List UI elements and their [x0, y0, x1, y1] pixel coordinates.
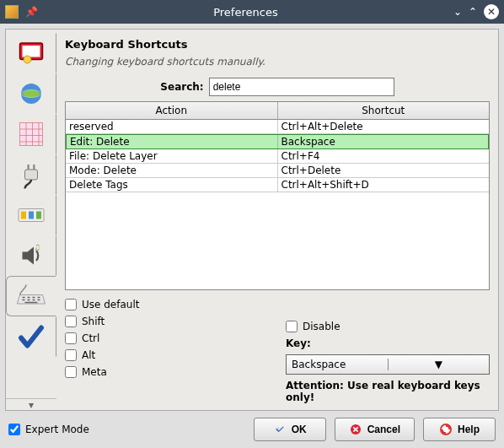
cell-action: Delete Tags	[66, 178, 278, 192]
panel-subtitle: Changing keyboard shortcuts manually.	[65, 56, 490, 67]
svg-rect-6	[25, 170, 38, 180]
cell-action: Edit: Delete	[67, 135, 278, 148]
display-icon	[16, 38, 46, 68]
column-header-shortcut[interactable]: Shortcut	[278, 102, 490, 120]
help-button[interactable]: Help	[423, 418, 496, 441]
close-icon[interactable]: ✕	[484, 4, 499, 19]
alt-checkbox[interactable]: Alt	[65, 349, 269, 361]
chevron-down-icon: ▼	[388, 359, 490, 370]
svg-rect-12	[36, 212, 41, 219]
table-row[interactable]: File: Delete LayerCtrl+F4	[66, 149, 489, 164]
plug-icon	[16, 159, 46, 190]
cell-shortcut: Ctrl+Alt+Shift+D	[278, 178, 490, 192]
ok-icon	[273, 423, 287, 436]
panel-title: Keyboard Shortcuts	[65, 38, 490, 51]
toolbar-icon	[16, 200, 46, 230]
audio-icon: ♫	[16, 240, 46, 271]
tab-audio[interactable]: ♫	[6, 235, 56, 276]
cell-shortcut: Ctrl+F4	[278, 149, 490, 163]
cancel-button[interactable]: Cancel	[335, 418, 415, 441]
disable-checkbox[interactable]: Disable	[286, 321, 490, 332]
cell-shortcut: Backspace	[278, 135, 489, 148]
column-header-action[interactable]: Action	[66, 102, 278, 120]
keyboard-shortcuts-panel: Keyboard Shortcuts Changing keyboard sho…	[56, 30, 498, 410]
cell-action: reserved	[66, 120, 278, 133]
cell-action: File: Delete Layer	[66, 149, 278, 163]
tab-keyboard[interactable]	[6, 276, 56, 316]
svg-rect-7	[28, 165, 29, 170]
table-row[interactable]: Edit: DeleteBackspace	[66, 134, 489, 149]
tab-globe[interactable]	[6, 73, 56, 114]
tab-grid[interactable]	[6, 114, 56, 154]
search-label: Search:	[160, 81, 203, 93]
table-row[interactable]: Delete TagsCtrl+Alt+Shift+D	[66, 178, 489, 192]
tabstrip-scroll-down-icon[interactable]: ▾	[6, 398, 56, 410]
meta-checkbox[interactable]: Meta	[65, 366, 269, 378]
use-default-checkbox[interactable]: Use default	[65, 299, 269, 310]
search-input[interactable]	[209, 78, 394, 96]
minimize-icon[interactable]: ⌄	[453, 6, 462, 18]
cell-shortcut: Ctrl+Alt+Delete	[278, 120, 490, 133]
window-title: Preferences	[38, 6, 453, 19]
globe-icon	[16, 78, 46, 109]
key-select-value: Backspace	[287, 359, 388, 370]
check-icon	[16, 321, 46, 352]
tab-toolbars[interactable]	[6, 195, 56, 235]
table-row[interactable]: Mode: DeleteCtrl+Delete	[66, 164, 489, 178]
pin-icon[interactable]: 📌	[25, 6, 38, 18]
table-row[interactable]: reservedCtrl+Alt+Delete	[66, 120, 489, 134]
grid-icon	[16, 119, 46, 149]
key-label: Key:	[286, 337, 490, 349]
ctrl-checkbox[interactable]: Ctrl	[65, 332, 269, 344]
shortcuts-table[interactable]: Action Shortcut reservedCtrl+Alt+DeleteE…	[65, 101, 490, 290]
tab-plugins[interactable]	[6, 154, 56, 195]
dialog-footer: Expert Mode OK Cancel Help	[5, 411, 499, 443]
cell-shortcut: Ctrl+Delete	[278, 164, 490, 177]
svg-text:♫: ♫	[34, 243, 40, 251]
shift-checkbox[interactable]: Shift	[65, 316, 269, 327]
tab-validator[interactable]	[6, 316, 56, 357]
app-icon	[5, 5, 19, 19]
cancel-icon	[349, 423, 362, 436]
cell-action: Mode: Delete	[66, 164, 278, 177]
svg-rect-8	[33, 165, 35, 170]
svg-rect-10	[21, 212, 26, 219]
key-select[interactable]: Backspace ▼	[286, 354, 490, 375]
tab-display-settings[interactable]	[6, 33, 56, 73]
titlebar: 📌 Preferences ⌄ ⌃ ✕	[0, 0, 504, 24]
help-icon	[439, 423, 453, 436]
keyboard-icon	[16, 281, 46, 311]
attention-text: Attention: Use real keyboard keys only!	[286, 380, 490, 403]
category-tabstrip: ♫▾	[6, 30, 56, 410]
maximize-icon[interactable]: ⌃	[469, 6, 477, 18]
expert-mode-checkbox[interactable]: Expert Mode	[8, 424, 89, 435]
svg-rect-11	[29, 212, 34, 219]
svg-rect-5	[20, 123, 43, 146]
svg-rect-1	[23, 46, 40, 57]
svg-point-2	[24, 56, 31, 63]
ok-button[interactable]: OK	[254, 418, 326, 441]
